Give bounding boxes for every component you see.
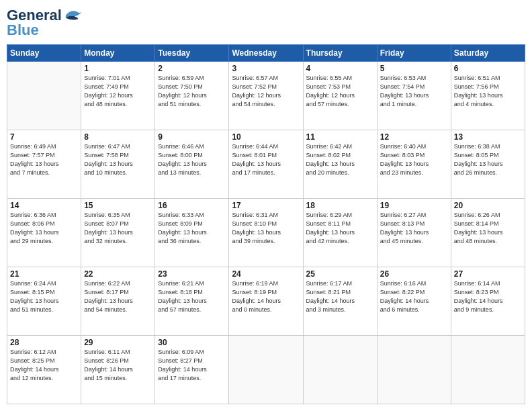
day-number: 14 [10,201,78,210]
calendar-cell [229,336,303,404]
weekday-header: Monday [81,45,155,62]
day-number: 10 [232,132,300,142]
day-info: Sunrise: 6:12 AMSunset: 8:25 PMDaylight:… [10,348,78,383]
day-number: 21 [10,269,78,279]
day-info: Sunrise: 6:33 AMSunset: 8:09 PMDaylight:… [158,211,226,246]
weekday-header: Sunday [7,45,81,62]
day-info: Sunrise: 6:29 AMSunset: 8:11 PMDaylight:… [306,211,374,246]
day-number: 17 [232,201,300,210]
weekday-header: Saturday [451,45,525,62]
calendar-cell: 10Sunrise: 6:44 AMSunset: 8:01 PMDayligh… [229,130,303,199]
day-info: Sunrise: 6:49 AMSunset: 7:57 PMDaylight:… [10,142,78,177]
calendar-cell: 13Sunrise: 6:38 AMSunset: 8:05 PMDayligh… [451,130,525,199]
day-number: 5 [380,64,448,73]
weekday-header: Friday [377,45,451,62]
calendar-cell: 26Sunrise: 6:16 AMSunset: 8:22 PMDayligh… [377,267,451,336]
day-number: 2 [158,64,226,73]
day-number: 7 [10,132,78,142]
calendar-cell: 15Sunrise: 6:35 AMSunset: 8:07 PMDayligh… [81,199,155,267]
weekday-header: Wednesday [229,45,303,62]
header: General Blue [7,7,525,39]
day-info: Sunrise: 6:11 AMSunset: 8:26 PMDaylight:… [84,348,152,383]
calendar-cell: 27Sunrise: 6:14 AMSunset: 8:23 PMDayligh… [451,267,525,336]
day-number: 28 [10,338,78,347]
day-info: Sunrise: 6:55 AMSunset: 7:53 PMDaylight:… [306,74,374,109]
day-info: Sunrise: 6:40 AMSunset: 8:03 PMDaylight:… [380,142,448,177]
day-number: 11 [306,132,374,142]
day-number: 9 [158,132,226,142]
day-number: 4 [306,64,374,73]
day-number: 8 [84,132,152,142]
calendar-cell: 21Sunrise: 6:24 AMSunset: 8:15 PMDayligh… [7,267,81,336]
day-number: 15 [84,201,152,210]
calendar-cell: 4Sunrise: 6:55 AMSunset: 7:53 PMDaylight… [303,62,377,130]
day-info: Sunrise: 6:17 AMSunset: 8:21 PMDaylight:… [306,279,374,314]
day-info: Sunrise: 6:19 AMSunset: 8:19 PMDaylight:… [232,279,300,314]
calendar-cell: 17Sunrise: 6:31 AMSunset: 8:10 PMDayligh… [229,199,303,267]
day-info: Sunrise: 6:57 AMSunset: 7:52 PMDaylight:… [232,74,300,109]
day-number: 13 [454,132,522,142]
calendar-cell: 28Sunrise: 6:12 AMSunset: 8:25 PMDayligh… [7,336,81,404]
calendar-cell: 22Sunrise: 6:22 AMSunset: 8:17 PMDayligh… [81,267,155,336]
day-info: Sunrise: 6:59 AMSunset: 7:50 PMDaylight:… [158,74,226,109]
day-info: Sunrise: 6:35 AMSunset: 8:07 PMDaylight:… [84,211,152,246]
calendar-cell: 24Sunrise: 6:19 AMSunset: 8:19 PMDayligh… [229,267,303,336]
day-number: 30 [158,338,226,347]
calendar-cell: 19Sunrise: 6:27 AMSunset: 8:13 PMDayligh… [377,199,451,267]
calendar-cell: 8Sunrise: 6:47 AMSunset: 7:58 PMDaylight… [81,130,155,199]
calendar-cell: 5Sunrise: 6:53 AMSunset: 7:54 PMDaylight… [377,62,451,130]
day-info: Sunrise: 6:09 AMSunset: 8:27 PMDaylight:… [158,348,226,383]
day-number: 29 [84,338,152,347]
day-number: 19 [380,201,448,210]
day-info: Sunrise: 6:14 AMSunset: 8:23 PMDaylight:… [454,279,522,314]
weekday-header: Tuesday [155,45,229,62]
calendar-cell: 3Sunrise: 6:57 AMSunset: 7:52 PMDaylight… [229,62,303,130]
calendar-cell: 9Sunrise: 6:46 AMSunset: 8:00 PMDaylight… [155,130,229,199]
calendar-cell [303,336,377,404]
day-info: Sunrise: 6:31 AMSunset: 8:10 PMDaylight:… [232,211,300,246]
calendar-cell [7,62,81,130]
calendar-cell: 16Sunrise: 6:33 AMSunset: 8:09 PMDayligh… [155,199,229,267]
day-info: Sunrise: 6:24 AMSunset: 8:15 PMDaylight:… [10,279,78,314]
calendar-cell: 7Sunrise: 6:49 AMSunset: 7:57 PMDaylight… [7,130,81,199]
day-info: Sunrise: 6:36 AMSunset: 8:06 PMDaylight:… [10,211,78,246]
logo-bird-icon [63,7,83,24]
day-number: 12 [380,132,448,142]
calendar-cell: 12Sunrise: 6:40 AMSunset: 8:03 PMDayligh… [377,130,451,199]
day-number: 3 [232,64,300,73]
calendar-cell [451,336,525,404]
day-info: Sunrise: 6:38 AMSunset: 8:05 PMDaylight:… [454,142,522,177]
day-info: Sunrise: 7:01 AMSunset: 7:49 PMDaylight:… [84,74,152,109]
day-number: 27 [454,269,522,279]
day-info: Sunrise: 6:46 AMSunset: 8:00 PMDaylight:… [158,142,226,177]
weekday-header: Thursday [303,45,377,62]
calendar-cell: 14Sunrise: 6:36 AMSunset: 8:06 PMDayligh… [7,199,81,267]
calendar-cell: 6Sunrise: 6:51 AMSunset: 7:56 PMDaylight… [451,62,525,130]
calendar-cell: 30Sunrise: 6:09 AMSunset: 8:27 PMDayligh… [155,336,229,404]
calendar-cell: 23Sunrise: 6:21 AMSunset: 8:18 PMDayligh… [155,267,229,336]
day-info: Sunrise: 6:53 AMSunset: 7:54 PMDaylight:… [380,74,448,109]
day-info: Sunrise: 6:44 AMSunset: 8:01 PMDaylight:… [232,142,300,177]
page: General Blue SundayMondayTuesdayWednesda… [0,0,532,411]
day-info: Sunrise: 6:51 AMSunset: 7:56 PMDaylight:… [454,74,522,109]
day-number: 6 [454,64,522,73]
calendar-cell: 11Sunrise: 6:42 AMSunset: 8:02 PMDayligh… [303,130,377,199]
day-number: 24 [232,269,300,279]
calendar-cell: 2Sunrise: 6:59 AMSunset: 7:50 PMDaylight… [155,62,229,130]
calendar-cell: 20Sunrise: 6:26 AMSunset: 8:14 PMDayligh… [451,199,525,267]
calendar-cell: 29Sunrise: 6:11 AMSunset: 8:26 PMDayligh… [81,336,155,404]
calendar-table: SundayMondayTuesdayWednesdayThursdayFrid… [7,44,525,404]
day-info: Sunrise: 6:47 AMSunset: 7:58 PMDaylight:… [84,142,152,177]
logo: General Blue [7,7,83,39]
day-info: Sunrise: 6:21 AMSunset: 8:18 PMDaylight:… [158,279,226,314]
calendar-cell [377,336,451,404]
day-number: 23 [158,269,226,279]
day-number: 16 [158,201,226,210]
day-info: Sunrise: 6:27 AMSunset: 8:13 PMDaylight:… [380,211,448,246]
day-info: Sunrise: 6:22 AMSunset: 8:17 PMDaylight:… [84,279,152,314]
calendar-cell: 1Sunrise: 7:01 AMSunset: 7:49 PMDaylight… [81,62,155,130]
calendar-cell: 18Sunrise: 6:29 AMSunset: 8:11 PMDayligh… [303,199,377,267]
day-number: 26 [380,269,448,279]
day-info: Sunrise: 6:26 AMSunset: 8:14 PMDaylight:… [454,211,522,246]
day-number: 25 [306,269,374,279]
